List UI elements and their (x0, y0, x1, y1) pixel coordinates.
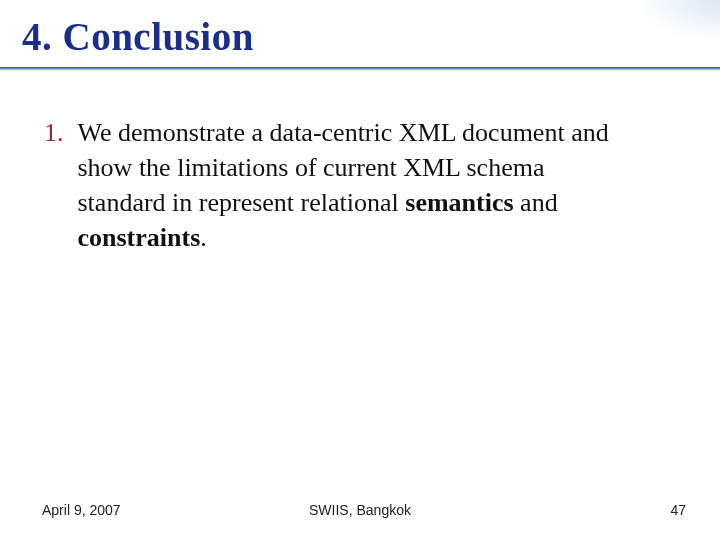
footer-date: April 9, 2007 (42, 502, 121, 518)
list-marker: 1. (42, 115, 64, 150)
footer-venue: SWIIS, Bangkok (309, 502, 411, 518)
slide-footer: April 9, 2007 SWIIS, Bangkok 47 (0, 502, 720, 518)
text-run: . (200, 223, 207, 252)
title-area: 4. Conclusion (0, 0, 720, 59)
text-run: and (514, 188, 558, 217)
footer-page-number: 47 (670, 502, 686, 518)
conclusion-list: 1. We demonstrate a data-centric XML doc… (42, 115, 678, 255)
bold-run: semantics (405, 188, 513, 217)
bold-run: constraints (78, 223, 201, 252)
slide-title: 4. Conclusion (22, 14, 720, 59)
list-item-text: We demonstrate a data-centric XML docume… (78, 115, 638, 255)
slide-body: 1. We demonstrate a data-centric XML doc… (0, 71, 720, 255)
list-item: 1. We demonstrate a data-centric XML doc… (42, 115, 678, 255)
